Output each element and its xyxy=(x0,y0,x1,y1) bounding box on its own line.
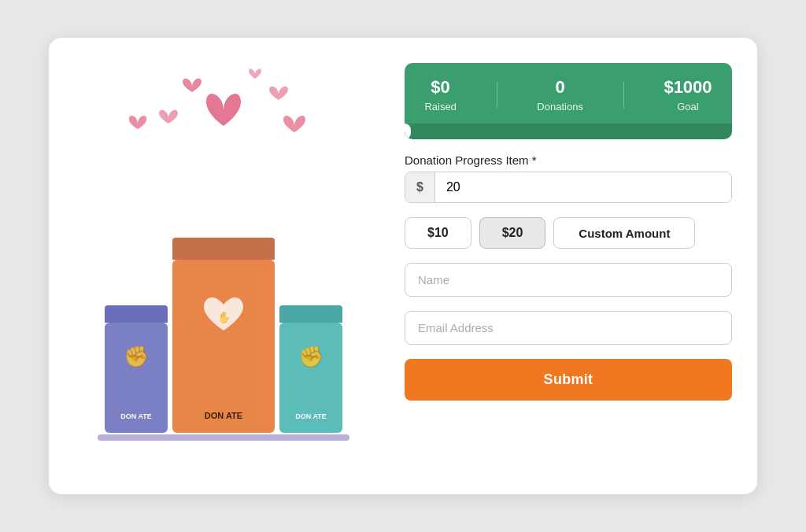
progress-bar-wrap xyxy=(405,124,732,139)
ground-line xyxy=(98,434,349,441)
stats-banner: $0 Raised 0 Donations $1000 Goal xyxy=(405,63,732,139)
currency-symbol: $ xyxy=(405,172,435,202)
stats-row: $0 Raised 0 Donations $1000 Goal xyxy=(405,77,732,124)
left-box: ✊ DON ATE xyxy=(105,305,168,433)
stat-divider-1 xyxy=(497,82,497,108)
donation-amount-section: Donation Progress Item * $ xyxy=(405,153,732,203)
donation-input-group: $ xyxy=(405,172,732,203)
right-box-icon: ✊ xyxy=(298,345,324,369)
stat-donations: 0 Donations xyxy=(537,77,583,113)
name-input[interactable] xyxy=(405,263,732,297)
center-heart-icon: ✋ xyxy=(200,291,247,338)
raised-value: $0 xyxy=(424,77,456,98)
center-box-label: DON ATE xyxy=(205,411,242,420)
raised-label: Raised xyxy=(424,101,456,113)
email-input[interactable] xyxy=(405,311,732,345)
svg-text:✋: ✋ xyxy=(217,311,231,324)
donation-amount-input[interactable] xyxy=(435,172,731,202)
form-panel: $0 Raised 0 Donations $1000 Goal Do xyxy=(405,63,732,401)
custom-amount-button[interactable]: Custom Amount xyxy=(553,217,695,249)
right-box-body: ✊ DON ATE xyxy=(279,323,342,433)
stat-raised: $0 Raised xyxy=(424,77,456,113)
right-box: ✊ DON ATE xyxy=(279,305,342,433)
left-box-flap xyxy=(105,305,168,323)
stat-divider-2 xyxy=(623,82,624,108)
center-box: ✋ DON ATE xyxy=(172,238,275,433)
stat-goal: $1000 Goal xyxy=(664,77,712,113)
donations-value: 0 xyxy=(537,77,583,98)
illustration-panel: ✊ DON ATE ✋ DON ATE xyxy=(74,63,373,441)
donation-boxes: ✊ DON ATE ✋ DON ATE xyxy=(105,238,342,433)
amount-btn-10[interactable]: $10 xyxy=(405,217,471,249)
amount-btn-20[interactable]: $20 xyxy=(479,217,546,249)
goal-label: Goal xyxy=(664,101,712,113)
main-card: ✊ DON ATE ✋ DON ATE xyxy=(49,38,757,494)
amount-buttons-group: $10 $20 Custom Amount xyxy=(405,217,732,249)
right-box-flap xyxy=(279,305,342,323)
donation-label: Donation Progress Item * xyxy=(405,153,732,167)
hearts-illustration xyxy=(121,63,326,236)
goal-value: $1000 xyxy=(664,77,712,98)
submit-button[interactable]: Submit xyxy=(405,359,732,401)
left-box-icon: ✊ xyxy=(124,345,149,369)
left-box-body: ✊ DON ATE xyxy=(105,323,168,433)
center-box-flap xyxy=(172,238,275,260)
progress-bar-fill xyxy=(405,124,411,139)
center-box-body: ✋ DON ATE xyxy=(172,260,275,433)
right-box-label: DON ATE xyxy=(295,412,327,420)
left-box-label: DON ATE xyxy=(120,412,152,420)
donations-label: Donations xyxy=(537,101,583,113)
